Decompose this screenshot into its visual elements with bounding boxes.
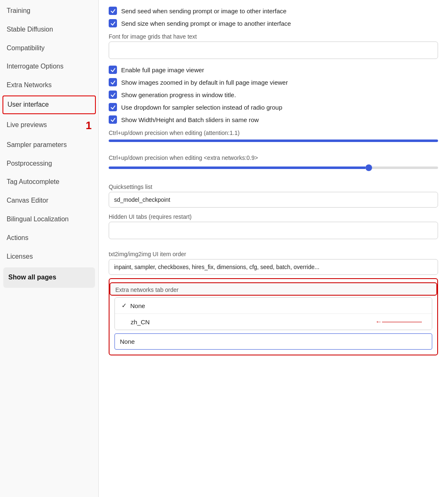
width-height-batch-label: Show Width/Height and Batch sliders in s… <box>121 116 259 123</box>
zoomed-in-row: Show images zoomed in by default in full… <box>109 78 438 86</box>
dropdown-sampler-row: Use dropdown for sampler selection inste… <box>109 103 438 111</box>
checkmark-icon: ✓ <box>122 302 127 309</box>
dropdown-sampler-checkbox[interactable] <box>109 103 117 111</box>
sidebar-item-tag-autocomplete[interactable]: Tag Autocomplete <box>0 173 98 191</box>
sidebar-item-bilingual-localization[interactable]: Bilingual Localization <box>0 210 98 229</box>
sidebar-item-show-all-pages[interactable]: Show all pages <box>3 267 95 288</box>
send-seed-label: Send seed when sending prompt or image t… <box>121 7 287 15</box>
sidebar-item-stable-diffusion[interactable]: Stable Diffusion <box>0 20 98 39</box>
generation-progress-row: Show generation progress in window title… <box>109 91 438 99</box>
sidebar-item-canvas-editor[interactable]: Canvas Editor <box>0 191 98 210</box>
ctrl-attention-slider-fill[interactable] <box>109 140 438 142</box>
quicksettings-label: Quicksettings list <box>109 184 438 190</box>
none-selected-box[interactable]: None <box>114 333 432 350</box>
annotation-1: 1 <box>86 120 92 131</box>
quicksettings-input[interactable]: sd_model_checkpoint <box>109 192 438 208</box>
extra-networks-tab-order-section: Extra networks tab order ✓ None zh_CN ←—… <box>109 278 438 355</box>
sidebar-item-extra-networks[interactable]: Extra Networks <box>0 76 98 95</box>
hidden-ui-input[interactable] <box>109 222 438 239</box>
hidden-ui-label: Hidden UI tabs (requires restart) <box>109 213 438 220</box>
sidebar-item-compatibility[interactable]: Compatibility <box>0 39 98 58</box>
font-label: Font for image grids that have text <box>109 33 438 40</box>
sidebar: Training Stable Diffusion Compatibility … <box>0 0 99 497</box>
tab-order-dropdown: ✓ None zh_CN ←—————— <box>114 297 432 330</box>
full-page-viewer-label: Enable full page image viewer <box>121 66 204 73</box>
full-page-viewer-row: Enable full page image viewer <box>109 66 438 74</box>
sidebar-item-licenses[interactable]: Licenses <box>0 247 98 266</box>
sidebar-item-live-previews[interactable]: Live previews 1 <box>0 115 98 136</box>
send-seed-checkbox[interactable] <box>109 7 117 15</box>
sidebar-item-interrogate-options[interactable]: Interrogate Options <box>0 57 98 76</box>
zoomed-in-label: Show images zoomed in by default in full… <box>121 79 288 86</box>
dropdown-option-none[interactable]: ✓ None <box>115 298 432 313</box>
sidebar-item-sampler-parameters[interactable]: Sampler parameters <box>0 136 98 154</box>
ctrl-attention-label: Ctrl+up/down precision when editing (att… <box>109 130 438 136</box>
send-size-checkbox[interactable] <box>109 19 117 27</box>
ui-order-input[interactable]: inpaint, sampler, checkboxes, hires_fix,… <box>109 259 438 275</box>
font-input[interactable] <box>109 42 438 59</box>
full-page-viewer-checkbox[interactable] <box>109 66 117 74</box>
ctrl-extra-slider[interactable] <box>109 164 438 171</box>
sidebar-item-user-interface[interactable]: User interface <box>2 95 96 114</box>
width-height-batch-row: Show Width/Height and Batch sliders in s… <box>109 115 438 124</box>
ctrl-attention-slider-wrapper <box>109 138 438 149</box>
extra-networks-tab-order-label: Extra networks tab order <box>110 282 437 296</box>
generation-progress-label: Show generation progress in window title… <box>121 91 236 98</box>
generation-progress-checkbox[interactable] <box>109 91 117 99</box>
dropdown-option-zh-cn[interactable]: zh_CN ←—————— <box>115 313 432 330</box>
ctrl-extra-slider-wrapper <box>109 163 438 178</box>
send-seed-row: Send seed when sending prompt or image t… <box>109 7 438 15</box>
zoomed-in-checkbox[interactable] <box>109 78 117 86</box>
width-height-batch-checkbox[interactable] <box>109 115 117 124</box>
main-content: Send seed when sending prompt or image t… <box>99 0 448 497</box>
dropdown-sampler-label: Use dropdown for sampler selection inste… <box>121 104 282 111</box>
send-size-row: Send size when sending prompt or image t… <box>109 19 438 27</box>
ui-order-label: txt2img/img2img UI item order <box>109 251 438 257</box>
send-size-label: Send size when sending prompt or image t… <box>121 20 291 27</box>
ctrl-extra-label: Ctrl+up/down precision when editing <ext… <box>109 154 438 161</box>
zh-cn-arrow: ←—————— <box>375 318 422 326</box>
sidebar-item-training[interactable]: Training <box>0 2 98 20</box>
sidebar-item-postprocessing[interactable]: Postprocessing <box>0 154 98 173</box>
sidebar-item-actions[interactable]: Actions <box>0 229 98 247</box>
